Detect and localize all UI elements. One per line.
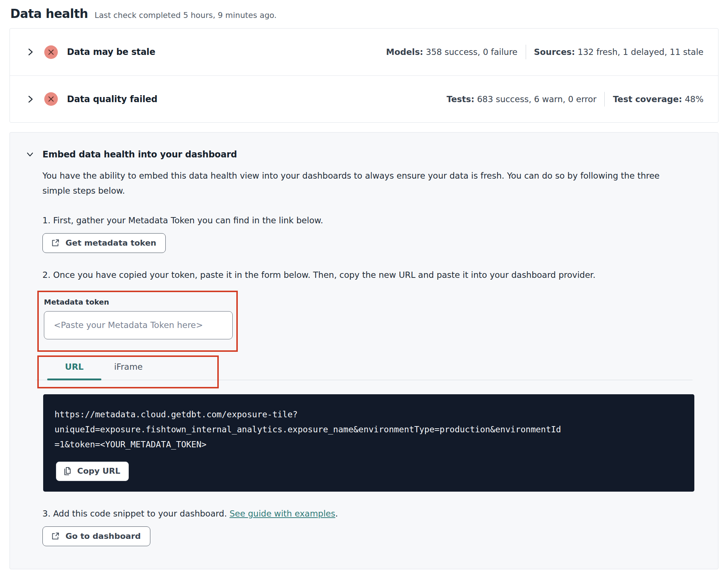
- test-coverage-stat-label: Test coverage:: [613, 94, 682, 104]
- test-coverage-stat-value: 48%: [685, 94, 703, 104]
- metadata-token-label: Metadata token: [44, 298, 233, 306]
- code-line: =1&token=<YOUR_METADATA_TOKEN>: [55, 437, 683, 452]
- models-stat-value: 358 success, 0 failure: [426, 47, 517, 57]
- status-card: Data may be stale Models: 358 success, 0…: [10, 28, 718, 123]
- embed-section-title: Embed data health into your dashboard: [42, 149, 237, 160]
- stat-divider: [526, 45, 526, 59]
- metadata-token-input[interactable]: [44, 311, 233, 339]
- embed-url-code-block: https://metadata.cloud.getdbt.com/exposu…: [43, 394, 694, 492]
- page-header: Data health Last check completed 5 hours…: [10, 7, 718, 21]
- status-row-quality[interactable]: Data quality failed Tests: 683 success, …: [10, 75, 718, 122]
- error-x-circle-icon: [44, 92, 58, 106]
- token-annotation-box: Metadata token: [37, 291, 238, 352]
- chevron-right-icon[interactable]: [27, 48, 35, 56]
- step-3-text: 3. Add this code snippet to your dashboa…: [42, 509, 701, 518]
- test-coverage-stat: Test coverage: 48%: [613, 94, 703, 104]
- tab-iframe[interactable]: iFrame: [101, 362, 155, 380]
- tests-stat: Tests: 683 success, 6 warn, 0 error: [447, 94, 597, 104]
- code-line: https://metadata.cloud.getdbt.com/exposu…: [55, 407, 683, 422]
- models-stat-label: Models:: [386, 47, 423, 57]
- go-to-dashboard-label: Go to dashboard: [65, 532, 141, 541]
- status-row-stats: Tests: 683 success, 6 warn, 0 error Test…: [447, 92, 703, 107]
- output-format-tabs: URL iFrame: [39, 357, 217, 380]
- status-row-stale[interactable]: Data may be stale Models: 358 success, 0…: [10, 29, 718, 75]
- error-x-circle-icon: [44, 45, 58, 59]
- sources-stat: Sources: 132 fresh, 1 delayed, 11 stale: [534, 47, 704, 57]
- sources-stat-label: Sources:: [534, 47, 575, 57]
- last-check-status: Last check completed 5 hours, 9 minutes …: [94, 11, 277, 20]
- go-to-dashboard-button[interactable]: Go to dashboard: [42, 526, 150, 546]
- embed-description: You have the ability to embed this data …: [42, 168, 675, 198]
- status-row-stats: Models: 358 success, 0 failure Sources: …: [386, 45, 703, 59]
- status-row-title: Data quality failed: [67, 94, 157, 104]
- external-link-icon: [51, 532, 60, 541]
- stat-divider: [604, 92, 605, 107]
- get-metadata-token-button[interactable]: Get metadata token: [42, 233, 166, 253]
- tabs-row: URL iFrame: [42, 355, 701, 388]
- guide-examples-link[interactable]: See guide with examples: [230, 509, 335, 518]
- code-line: uniqueId=exposure.fishtown_internal_anal…: [55, 422, 683, 437]
- tests-stat-value: 683 success, 6 warn, 0 error: [477, 94, 597, 104]
- sources-stat-value: 132 fresh, 1 delayed, 11 stale: [578, 47, 703, 57]
- tabs-annotation-box: URL iFrame: [37, 355, 219, 388]
- step-2-text: 2. Once you have copied your token, past…: [42, 270, 701, 280]
- copy-url-button[interactable]: Copy URL: [56, 462, 129, 481]
- step-1-text: 1. First, gather your Metadata Token you…: [42, 216, 701, 225]
- tests-stat-label: Tests:: [447, 94, 474, 104]
- chevron-down-icon[interactable]: [26, 150, 34, 159]
- step-3-prefix: 3. Add this code snippet to your dashboa…: [42, 509, 230, 518]
- step-3-suffix: .: [335, 509, 338, 518]
- external-link-icon: [51, 238, 60, 247]
- status-row-title: Data may be stale: [67, 47, 155, 57]
- embed-section-header[interactable]: Embed data health into your dashboard: [26, 149, 701, 160]
- chevron-right-icon[interactable]: [27, 95, 35, 104]
- copy-icon: [63, 466, 72, 476]
- tab-url[interactable]: URL: [47, 362, 101, 380]
- data-health-page: Data health Last check completed 5 hours…: [0, 0, 728, 569]
- get-metadata-token-label: Get metadata token: [65, 238, 156, 247]
- embed-section: Embed data health into your dashboard Yo…: [10, 132, 718, 569]
- copy-url-label: Copy URL: [77, 466, 120, 476]
- page-title: Data health: [10, 7, 88, 21]
- models-stat: Models: 358 success, 0 failure: [386, 47, 517, 57]
